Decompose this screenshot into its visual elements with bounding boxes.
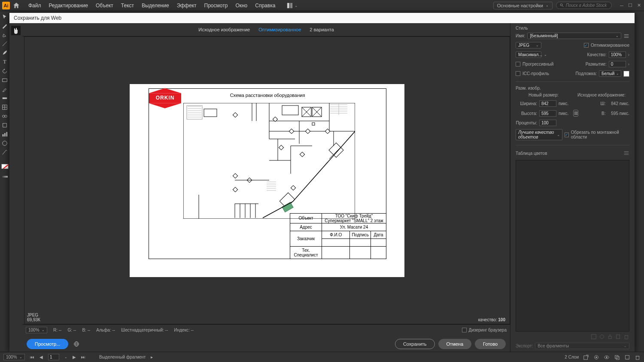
- workspace-dropdown[interactable]: Основные настройки⌄: [493, 2, 553, 9]
- menu-view[interactable]: Просмотр: [200, 1, 232, 10]
- floor-plan: [183, 103, 355, 219]
- resample-dropdown[interactable]: Лучшее качество объектов: [516, 129, 562, 140]
- quality-input[interactable]: [609, 51, 626, 58]
- artboard-index-input[interactable]: [48, 354, 59, 360]
- rect-tool-icon[interactable]: [2, 77, 8, 83]
- color-table[interactable]: [516, 160, 629, 332]
- menu-window[interactable]: Окно: [231, 1, 251, 10]
- brush-tool-icon[interactable]: [2, 50, 8, 56]
- quality-preset-dropdown[interactable]: Максимал...: [516, 51, 541, 58]
- percent-input[interactable]: [539, 120, 556, 126]
- toggle-visibility-icon[interactable]: [604, 354, 610, 360]
- search-input[interactable]: [566, 3, 608, 8]
- svg-point-104: [595, 356, 597, 358]
- new-sublayer-icon[interactable]: [614, 354, 620, 360]
- preview-canvas[interactable]: ORKIN Схема расстановки оборудования: [24, 36, 510, 324]
- width-input[interactable]: [539, 100, 556, 107]
- svg-rect-99: [617, 335, 620, 339]
- preview-button[interactable]: Просмотр...: [27, 339, 68, 349]
- svg-point-16: [3, 141, 7, 146]
- rotate-tool-icon[interactable]: [2, 68, 8, 74]
- arrange-docs-icon[interactable]: [287, 3, 293, 9]
- delete-layer-icon[interactable]: [635, 354, 641, 360]
- nav-prev-icon[interactable]: ◀: [39, 355, 43, 359]
- locate-icon[interactable]: [593, 354, 599, 360]
- progressive-checkbox[interactable]: [516, 62, 520, 66]
- blend-icon[interactable]: [2, 113, 8, 119]
- line-tool-icon[interactable]: [2, 41, 8, 47]
- tab-2up[interactable]: 2 варианта: [305, 26, 338, 33]
- blur-arrow-icon[interactable]: ›: [628, 62, 629, 66]
- mesh-icon[interactable]: [2, 104, 8, 110]
- selection-tool-icon[interactable]: [2, 14, 8, 20]
- minimize-icon[interactable]: ─: [619, 3, 625, 8]
- icc-checkbox[interactable]: [516, 71, 520, 76]
- stock-search[interactable]: [556, 2, 612, 9]
- slice-icon[interactable]: [2, 149, 8, 155]
- matte-dropdown[interactable]: Белый: [599, 70, 621, 77]
- height-input[interactable]: [539, 110, 556, 117]
- save-for-web-dialog: Сохранить для Web Исходное изображение О…: [9, 13, 635, 353]
- matte-swatch[interactable]: [623, 71, 629, 77]
- svg-point-10: [3, 115, 5, 117]
- status-caret-icon[interactable]: ▸: [151, 355, 153, 359]
- svg-rect-15: [6, 132, 8, 137]
- app-zoom-dropdown[interactable]: 100%⌄: [3, 354, 25, 360]
- cancel-button[interactable]: Отмена: [438, 339, 471, 349]
- close-icon[interactable]: ✕: [636, 3, 642, 8]
- app-icon: Ai: [2, 2, 10, 9]
- panel-menu-icon[interactable]: [623, 33, 629, 39]
- svg-rect-60: [233, 187, 237, 192]
- wand-icon[interactable]: [2, 23, 8, 29]
- svg-rect-98: [609, 336, 612, 338]
- nav-last-icon[interactable]: ⏭: [81, 355, 85, 359]
- browser-dither-checkbox[interactable]: [462, 328, 467, 332]
- type-tool-icon[interactable]: T: [3, 59, 6, 65]
- artboard-tool-icon[interactable]: [2, 122, 8, 128]
- hand-tool-icon[interactable]: [11, 26, 21, 35]
- optimized-checkbox[interactable]: ✓: [584, 43, 589, 48]
- svg-rect-13: [3, 134, 4, 136]
- selection-readout: Выделенный фрагмент: [99, 355, 146, 359]
- menu-text[interactable]: Текст: [117, 1, 138, 10]
- ct-icon-1: [591, 334, 597, 340]
- circle-icon[interactable]: [2, 140, 8, 146]
- new-layer-icon[interactable]: [624, 354, 630, 360]
- tab-optimized[interactable]: Оптимизированное: [254, 26, 305, 33]
- nav-first-icon[interactable]: ⏮: [30, 355, 34, 359]
- menu-help[interactable]: Справка: [251, 1, 279, 10]
- blur-input[interactable]: [609, 61, 626, 67]
- tab-original[interactable]: Исходное изображение: [194, 26, 254, 33]
- save-button[interactable]: Сохранить: [395, 339, 435, 349]
- eyedropper-icon[interactable]: [2, 86, 8, 92]
- constrain-proportions-icon[interactable]: ⛓: [573, 110, 578, 117]
- globe-icon[interactable]: [73, 341, 79, 347]
- colortable-menu-icon[interactable]: [623, 150, 629, 156]
- fill-nocolor-icon[interactable]: [1, 164, 9, 169]
- menu-edit[interactable]: Редактирование: [45, 1, 92, 10]
- menu-select[interactable]: Выделение: [138, 1, 173, 10]
- done-button[interactable]: Готово: [475, 339, 506, 349]
- gradient-icon[interactable]: [2, 95, 8, 101]
- zoom-dropdown[interactable]: 100%⌄: [26, 327, 47, 333]
- quality-arrow-icon[interactable]: ›: [628, 52, 629, 57]
- ct-new-icon: [615, 334, 621, 340]
- svg-point-97: [600, 335, 604, 339]
- preset-name-dropdown[interactable]: [Безымянный]: [527, 33, 621, 39]
- svg-rect-109: [626, 355, 629, 359]
- maximize-icon[interactable]: ☐: [627, 3, 633, 8]
- svg-rect-6: [3, 97, 7, 99]
- menu-effect[interactable]: Эффект: [173, 1, 200, 10]
- popout-icon[interactable]: [583, 354, 589, 360]
- dialog-tools: [9, 23, 22, 353]
- menu-object[interactable]: Объект: [92, 1, 117, 10]
- format-dropdown[interactable]: JPEG: [516, 42, 541, 48]
- menu-file[interactable]: Файл: [24, 1, 45, 10]
- graph-icon[interactable]: [2, 131, 8, 137]
- export-dropdown[interactable]: Все фрагменты: [535, 343, 629, 349]
- nav-next-icon[interactable]: ▶: [73, 355, 76, 359]
- clip-artboard-checkbox[interactable]: ✓: [565, 133, 569, 137]
- home-icon[interactable]: [12, 2, 20, 9]
- pen-tool-icon[interactable]: [2, 32, 8, 38]
- gradient-mode-icon[interactable]: [2, 176, 8, 178]
